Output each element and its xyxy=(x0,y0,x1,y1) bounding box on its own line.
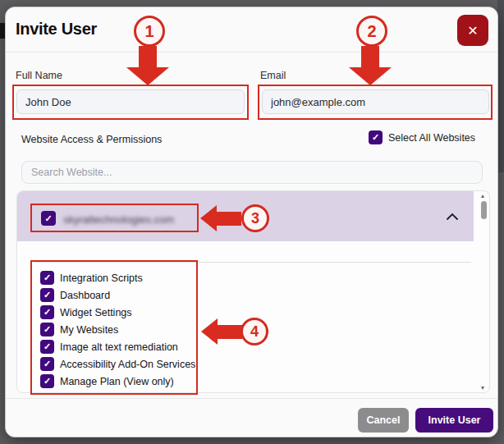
scrollbar-down-icon[interactable]: ▼ xyxy=(478,385,488,391)
annotation-badge-3: 3 xyxy=(241,204,269,232)
select-all-label: Select All Websites xyxy=(388,132,475,144)
close-icon: ✕ xyxy=(467,23,478,39)
annotation-arrow-3-left-icon xyxy=(216,212,241,226)
screen: Invite User ✕ Full Name Email 1 2 Websit… xyxy=(0,0,504,444)
full-name-label: Full Name xyxy=(16,70,62,81)
annotation-number-4: 4 xyxy=(250,323,259,341)
scrollbar-up-icon[interactable]: ▲ xyxy=(478,193,488,199)
full-name-input[interactable] xyxy=(16,89,245,114)
search-website-input[interactable] xyxy=(21,161,483,184)
annotation-arrow-3-head-icon xyxy=(200,205,217,231)
close-button[interactable]: ✕ xyxy=(457,15,488,46)
annotation-arrow-2-down-icon xyxy=(361,46,379,69)
annotation-rect-permissions xyxy=(30,260,198,395)
invite-user-modal: Invite User ✕ Full Name Email 1 2 Websit… xyxy=(5,7,498,437)
annotation-arrow-1-down-icon xyxy=(139,46,157,69)
annotation-rect-website xyxy=(30,204,199,232)
header-divider xyxy=(6,52,497,53)
chevron-up-icon[interactable] xyxy=(446,213,459,221)
annotation-number-2: 2 xyxy=(367,22,376,41)
annotation-badge-4: 4 xyxy=(241,318,268,346)
select-all-checkbox[interactable]: ✓ xyxy=(369,130,383,144)
annotation-badge-1: 1 xyxy=(134,16,165,47)
annotation-number-1: 1 xyxy=(144,22,153,41)
check-icon: ✓ xyxy=(372,132,379,143)
background-overlay-edge xyxy=(497,0,504,172)
annotation-arrow-2-head-icon xyxy=(349,67,392,85)
invite-user-button[interactable]: Invite User xyxy=(415,408,493,433)
annotation-number-3: 3 xyxy=(251,210,259,227)
annotation-badge-2: 2 xyxy=(356,16,387,47)
annotation-arrow-4-head-icon xyxy=(201,318,218,345)
permissions-section-label: Website Access & Permissions xyxy=(21,134,162,145)
modal-title: Invite User xyxy=(16,20,97,39)
email-input[interactable] xyxy=(262,89,489,114)
select-all-websites[interactable]: ✓ Select All Websites xyxy=(369,130,475,144)
scrollbar-thumb[interactable] xyxy=(481,201,487,219)
cancel-button[interactable]: Cancel xyxy=(358,408,409,433)
footer-divider xyxy=(6,398,497,399)
annotation-arrow-4-left-icon xyxy=(217,325,242,339)
email-label: Email xyxy=(260,70,286,81)
annotation-arrow-1-head-icon xyxy=(126,67,169,85)
